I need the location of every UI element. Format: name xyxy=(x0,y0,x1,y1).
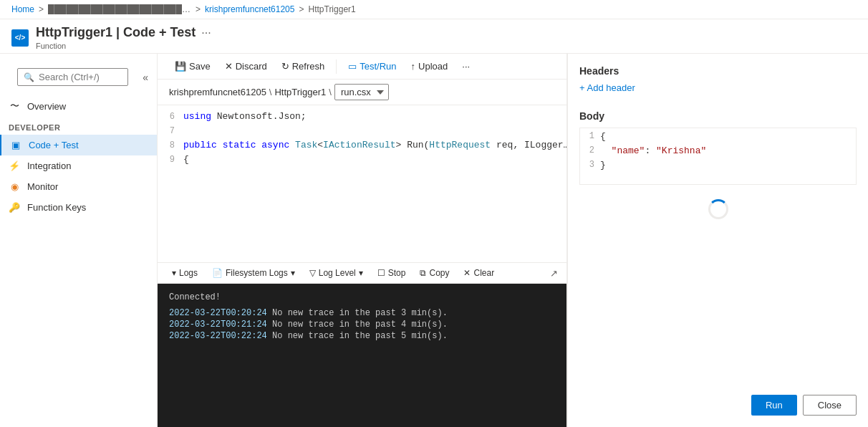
file-selector[interactable]: run.csx xyxy=(334,84,389,100)
body-title: Body xyxy=(579,110,857,122)
loglevel-chevron-icon: ▾ xyxy=(359,268,363,278)
terminal: Connected! 2022-03-22T00:20:24 No new tr… xyxy=(158,284,566,427)
body-editor[interactable]: 1 { 2 "name": "Krishna" 3 } xyxy=(579,128,857,185)
more-button[interactable]: ··· xyxy=(456,58,476,75)
body-section: Body 1 { 2 "name": "Krishna" 3 } xyxy=(579,110,857,185)
sidebar-item-function-keys[interactable]: 🔑 Function Keys xyxy=(0,197,157,218)
right-panel: Headers + Add header Body 1 { 2 "name": … xyxy=(567,54,868,427)
chevron-down-icon: ▾ xyxy=(172,268,176,278)
run-button[interactable]: Run xyxy=(751,395,797,416)
upload-icon: ↑ xyxy=(411,61,416,72)
code-line: 9 { xyxy=(158,154,566,168)
filesystem-chevron-icon: ▾ xyxy=(291,268,295,278)
function-keys-icon: 🔑 xyxy=(9,202,20,213)
search-box[interactable]: 🔍 xyxy=(17,68,128,86)
loading-spinner-wrap xyxy=(579,185,857,234)
log-line: 2022-03-22T00:20:24 No new trace in the … xyxy=(169,308,555,318)
code-function: HttpTrigger1 xyxy=(274,87,326,97)
breadcrumb-resource[interactable]: ████████████████████████████████ xyxy=(48,4,191,14)
code-panel: 💾 Save ✕ Discard ↻ Refresh ▭ Test/Run xyxy=(158,54,567,427)
sidebar-item-code-test[interactable]: ▣ Code + Test xyxy=(0,135,157,155)
copy-button[interactable]: ⧉ Copy xyxy=(414,266,455,280)
stop-icon: ☐ xyxy=(377,268,385,278)
panel-footer: Run Close xyxy=(579,383,857,416)
title-icon: </> xyxy=(11,29,29,47)
integration-icon: ⚡ xyxy=(9,160,20,171)
monitor-icon: ◉ xyxy=(9,181,20,192)
headers-title: Headers xyxy=(579,65,857,77)
code-line: 8 public static async Task<IActionResult… xyxy=(158,140,566,154)
body-line: 3 } xyxy=(583,160,853,174)
code-resource: krishpremfuncnet61205 xyxy=(169,87,266,97)
title-bar: </> HttpTrigger1 | Code + Test ··· Funct… xyxy=(0,19,868,54)
logs-button[interactable]: ▾ Logs xyxy=(166,266,203,280)
logs-panel: ▾ Logs 📄 Filesystem Logs ▾ ▽ Log Level ▾ xyxy=(158,262,566,427)
clear-button[interactable]: ✕ Clear xyxy=(458,266,500,280)
add-header-link[interactable]: + Add header xyxy=(579,82,857,93)
toolbar-separator xyxy=(336,59,337,74)
page-title: HttpTrigger1 | Code + Test xyxy=(36,25,196,40)
logs-toolbar: ▾ Logs 📄 Filesystem Logs ▾ ▽ Log Level ▾ xyxy=(158,263,566,284)
log-line: 2022-03-22T00:21:24 No new trace in the … xyxy=(169,320,555,330)
code-breadcrumb: krishpremfuncnet61205 \ HttpTrigger1 \ r… xyxy=(158,80,566,105)
save-button[interactable]: 💾 Save xyxy=(169,58,216,75)
search-input[interactable] xyxy=(39,72,122,82)
code-test-icon: ▣ xyxy=(10,140,21,150)
sidebar: 🔍 « 〜 Overview Developer ▣ Code + Test ⚡… xyxy=(0,54,158,427)
filesystem-icon: 📄 xyxy=(212,268,223,278)
expand-icon[interactable]: ↗ xyxy=(550,268,558,279)
title-more-button[interactable]: ··· xyxy=(201,27,211,39)
breadcrumb: Home > ████████████████████████████████ … xyxy=(0,0,868,19)
upload-button[interactable]: ↑ Upload xyxy=(405,58,454,75)
test-run-button[interactable]: ▭ Test/Run xyxy=(342,58,402,75)
code-line: 7 xyxy=(158,125,566,140)
sidebar-section-developer: Developer xyxy=(0,117,157,135)
loading-spinner xyxy=(708,199,728,219)
code-line: 6 using Newtonsoft.Json; xyxy=(158,111,566,125)
body-line: 2 "name": "Krishna" xyxy=(583,145,853,160)
title-subtitle: Function xyxy=(36,42,211,50)
breadcrumb-function: HttpTrigger1 xyxy=(308,4,355,14)
refresh-icon: ↻ xyxy=(281,61,289,72)
more-icon: ··· xyxy=(462,61,470,72)
collapse-sidebar-button[interactable]: « xyxy=(140,72,151,83)
clear-icon: ✕ xyxy=(463,268,471,278)
log-line: 2022-03-22T00:22:24 No new trace in the … xyxy=(169,331,555,341)
code-editor[interactable]: 6 using Newtonsoft.Json; 7 8 public stat… xyxy=(158,105,566,262)
body-line: 1 { xyxy=(583,131,853,145)
test-run-icon: ▭ xyxy=(348,61,357,72)
sidebar-item-overview[interactable]: 〜 Overview xyxy=(0,95,157,117)
search-icon: 🔍 xyxy=(24,72,34,82)
copy-icon: ⧉ xyxy=(420,268,426,278)
filesystem-logs-button[interactable]: 📄 Filesystem Logs ▾ xyxy=(206,266,301,280)
discard-icon: ✕ xyxy=(225,61,233,72)
filter-icon: ▽ xyxy=(309,268,316,278)
save-icon: 💾 xyxy=(175,61,186,72)
discard-button[interactable]: ✕ Discard xyxy=(219,58,273,75)
stop-button[interactable]: ☐ Stop xyxy=(372,266,412,280)
sidebar-item-integration[interactable]: ⚡ Integration xyxy=(0,155,157,176)
breadcrumb-function-app[interactable]: krishpremfuncnet61205 xyxy=(205,4,294,14)
log-level-button[interactable]: ▽ Log Level ▾ xyxy=(304,266,369,280)
terminal-connected: Connected! xyxy=(169,292,555,302)
toolbar: 💾 Save ✕ Discard ↻ Refresh ▭ Test/Run xyxy=(158,54,566,80)
close-button[interactable]: Close xyxy=(803,395,857,416)
overview-icon: 〜 xyxy=(9,100,20,112)
refresh-button[interactable]: ↻ Refresh xyxy=(276,58,331,75)
breadcrumb-home[interactable]: Home xyxy=(11,4,34,14)
sidebar-item-monitor[interactable]: ◉ Monitor xyxy=(0,176,157,197)
